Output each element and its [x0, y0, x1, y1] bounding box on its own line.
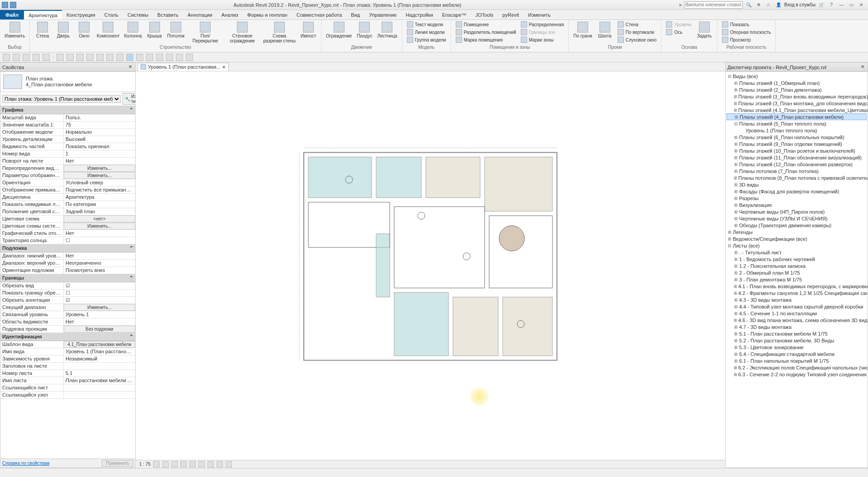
- tree-sheet[interactable]: ⊞4.1 - План вновь возводимых перегородок…: [726, 283, 867, 290]
- property-row[interactable]: Отображение моделиНормально: [0, 129, 135, 136]
- property-row[interactable]: ОриентацияУсловный север: [0, 179, 135, 187]
- tree-floorplan[interactable]: ⊞Планы этажей (9_План отделки помещений): [726, 140, 867, 147]
- type-selector[interactable]: План этажа4_План расстановки мебели: [0, 72, 135, 92]
- qat-undo[interactable]: [33, 54, 40, 61]
- railing-button[interactable]: Ограждение: [324, 21, 354, 39]
- tree-sheets-root[interactable]: ⊟Листы (все): [726, 242, 867, 249]
- user-icon[interactable]: 👤: [774, 1, 783, 9]
- vc-hide[interactable]: [208, 461, 214, 468]
- property-row[interactable]: Область видимостиНет: [0, 318, 135, 326]
- room-separator-button[interactable]: Разделитель помещений: [454, 28, 518, 36]
- vc-reveal[interactable]: [217, 461, 223, 468]
- tree-floorplan[interactable]: ⊞Планы этажей (12_План обозначения разве…: [726, 161, 867, 168]
- viewer-button[interactable]: Просмотр: [720, 36, 773, 43]
- property-row[interactable]: Цветовая схема<нет>: [0, 215, 135, 223]
- instance-selector[interactable]: План этажа: Уровень 1 (План расстановки …: [2, 95, 121, 103]
- show-button[interactable]: Показать: [720, 21, 773, 28]
- area-button[interactable]: Распределенная: [519, 21, 566, 28]
- property-row[interactable]: Ссылающийся узел: [0, 392, 135, 399]
- group-graphics[interactable]: Графика⌃: [0, 106, 135, 114]
- qat-dim[interactable]: [76, 54, 84, 61]
- qat-save[interactable]: [13, 54, 20, 61]
- vc-constraints[interactable]: [226, 461, 232, 468]
- tree-schedules[interactable]: ⊞Ведомости/Спецификации (все): [726, 235, 867, 242]
- menu-structure[interactable]: Конструкция: [62, 10, 100, 19]
- opening-dormer-button[interactable]: Слуховое окно: [616, 36, 659, 43]
- modify-button[interactable]: Изменить: [3, 21, 27, 39]
- menu-addins[interactable]: Надстройки: [401, 10, 437, 19]
- tree-floorplan[interactable]: ⊞Планы этажей (3_План вновь возводимых п…: [726, 93, 867, 100]
- menu-file[interactable]: Файл: [0, 10, 24, 19]
- tree-ceiling[interactable]: ⊞Планы потолков (7_План потолка): [726, 168, 867, 174]
- tree-sheet[interactable]: ⊞4.4 - Типовой узел монтажа скрытой двер…: [726, 303, 867, 310]
- maximize-button[interactable]: ▭: [847, 1, 855, 9]
- vc-detail[interactable]: [153, 461, 160, 468]
- property-row[interactable]: Цветовые схемы системыИзменить...: [0, 223, 135, 230]
- qat-tag[interactable]: [86, 54, 94, 61]
- tree-sheet[interactable]: ⊞2 - Обмерный план М 1/75: [726, 269, 867, 276]
- tree-floorplan[interactable]: ⊞Планы этажей (2_План демонтажа): [726, 86, 867, 93]
- tree-ceiling[interactable]: ⊞Планы потолков (8_План потолка с привяз…: [726, 174, 867, 181]
- property-row[interactable]: Графический стиль отображ...Нет: [0, 230, 135, 237]
- tree-floorplan[interactable]: ⊞Планы этажей (1_Обмерный план): [726, 80, 867, 86]
- set-button[interactable]: Задать: [694, 21, 714, 39]
- drawing-canvas[interactable]: [136, 71, 725, 460]
- tree-sheet[interactable]: ⊞4.5 - Сечение 1-1 по инсталляции: [726, 310, 867, 317]
- property-row[interactable]: Отображение примыканий с...Подчистить вс…: [0, 187, 135, 194]
- property-row[interactable]: Переопределения видимости...Изменить...: [0, 165, 135, 172]
- project-tree[interactable]: ⊟Виды (все)⊞Планы этажей (1_Обмерный пла…: [726, 72, 868, 468]
- menu-modify[interactable]: Изменить: [524, 10, 555, 19]
- tree-floorplan[interactable]: ⊞Планы этажей (10_План розеток и выключа…: [726, 147, 867, 154]
- properties-close[interactable]: ✕: [127, 64, 133, 70]
- property-row[interactable]: Диапазон: верхний уровеньНеограниченно: [0, 260, 135, 267]
- qat-open[interactable]: [3, 54, 10, 61]
- opening-face-button[interactable]: По грани: [571, 21, 594, 39]
- ramp-button[interactable]: Пандус: [354, 21, 374, 39]
- tree-view-category[interactable]: ⊞Фасады (Фасад для разверток помещений): [726, 188, 867, 195]
- qat-b3[interactable]: [176, 54, 183, 61]
- menu-jotools[interactable]: JOTools: [471, 10, 498, 19]
- property-row[interactable]: Шаблон вида4.1_План расстановки мебели: [0, 341, 135, 348]
- room-button[interactable]: Помещение: [454, 21, 518, 28]
- group-identity[interactable]: Идентификация⌃: [0, 333, 135, 341]
- menu-collaborate[interactable]: Совместная работа: [292, 10, 347, 19]
- qat-thin[interactable]: [126, 54, 133, 61]
- property-row[interactable]: Имя видаУровень 1 (План расстановки ...: [0, 348, 135, 355]
- tree-floorplan[interactable]: ⊟Планы этажей (5_План теплого пола): [726, 120, 867, 127]
- property-row[interactable]: Показать невидимые линииПо категории: [0, 201, 135, 208]
- room-tag-button[interactable]: Марка помещения: [454, 36, 518, 43]
- view-tab-close[interactable]: ✕: [222, 65, 226, 70]
- tree-floorplan[interactable]: ⊞Планы этажей (11_План обозначения визуа…: [726, 154, 867, 161]
- tree-floorplan[interactable]: ⊞Планы этажей (4.1_План расстановки мебе…: [726, 107, 867, 113]
- tree-sheet[interactable]: ⊞6.1 - План напольных покрытий М 1/75: [726, 357, 867, 364]
- tree-sheet[interactable]: ⊞5.4 - Спецификация стандартной мебели: [726, 351, 867, 357]
- vc-sun[interactable]: [171, 461, 178, 468]
- tree-views-root[interactable]: ⊟Виды (все): [726, 73, 867, 80]
- tree-view-category[interactable]: ⊞Визуализация: [726, 201, 867, 208]
- property-row[interactable]: Диапазон: нижний уровеньНет: [0, 253, 135, 260]
- tree-floorplan-child[interactable]: Уровень 1 (План теплого пола): [726, 127, 867, 134]
- property-row[interactable]: Поворот на листеНет: [0, 158, 135, 165]
- tree-sheet[interactable]: ⊞5.1 - План расстановки мебели М 1/75: [726, 330, 867, 337]
- property-row[interactable]: Номер вида1: [0, 150, 135, 158]
- tree-sheet[interactable]: ⊞4.7 - 3D виды монтажа: [726, 323, 867, 330]
- tree-view-category[interactable]: ⊞3D виды: [726, 181, 867, 188]
- tree-sheet[interactable]: ⊞4.6 - 3D вид плана монтажа, схема обозн…: [726, 317, 867, 323]
- property-row[interactable]: Положение цветовой схемыЗадний план: [0, 208, 135, 215]
- tree-sheet[interactable]: ⊞6.2 - Экспликация полов Спецификация на…: [726, 364, 867, 371]
- column-button[interactable]: Колонна: [123, 21, 144, 39]
- qat-3d[interactable]: [106, 54, 113, 61]
- tree-view-category[interactable]: ⊞Чертежные виды (НП_Пироги полов): [726, 208, 867, 215]
- signin-link[interactable]: Вход в службы: [784, 2, 816, 7]
- group-underlay[interactable]: Подложка⌃: [0, 244, 135, 253]
- menu-architecture[interactable]: Архитектура: [24, 10, 62, 19]
- qat-print[interactable]: [57, 54, 64, 61]
- star-icon[interactable]: ☆: [764, 1, 773, 9]
- view-scale[interactable]: 1 : 75: [139, 462, 151, 467]
- recent-icon[interactable]: [10, 2, 16, 8]
- mullion-button[interactable]: Импост: [298, 21, 318, 39]
- qat-switch[interactable]: [146, 54, 153, 61]
- comm-icon[interactable]: ✵: [755, 1, 763, 9]
- model-text-button[interactable]: Текст модели: [405, 21, 448, 28]
- menu-steel[interactable]: Сталь: [100, 10, 123, 19]
